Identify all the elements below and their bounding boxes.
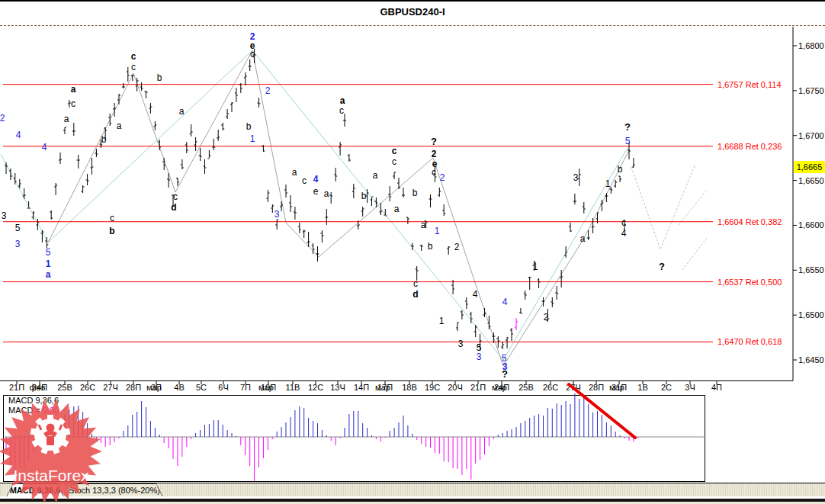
price-axis-label: 1,6550 [798,265,824,274]
wave-label: c [413,278,418,289]
highlighted-bar [515,318,518,330]
time-axis-label: 12С [308,383,323,392]
wave-label: 4 [16,130,21,140]
time-axis-label: 7П [240,383,251,392]
wave-label: 4 [621,228,627,239]
wave-label: 4 [42,142,47,152]
time-axis-label: 26С [80,383,95,392]
wave-zigzag-cyan [1,50,628,360]
wave-label: a [117,120,122,131]
instaforex-starburst [0,400,105,504]
time-axis-label: 25В [57,383,72,392]
wave-label: a [421,220,426,230]
wave-label: a [292,167,297,178]
fib-label: 1,6470 Ret 0,618 [717,337,782,346]
wave-label: ? [431,136,437,147]
wave-label: 3 [477,352,482,362]
instaforex-watermark: InstaForex [0,400,105,504]
instaforex-logo-text: InstaForex [0,467,105,485]
wave-label: a [580,233,586,244]
wave-label: d [412,289,418,300]
wave-label: c [131,51,136,62]
wave-label: c [621,217,626,228]
wave-label: 4 [473,289,478,300]
wave-label: a [71,84,76,95]
wave-label: ? [659,261,665,272]
wave-label: 2 [454,242,460,252]
time-axis-label: 3Ч [685,383,695,392]
wave-label: a [46,269,51,280]
wave-label: a [394,204,400,214]
price-axis-label: 1,6450 [798,355,824,364]
wave-label: b [101,134,107,145]
wave-label: c [131,62,136,72]
macd-histogram-positive [47,393,620,437]
wave-label: 2 [432,149,437,159]
time-axis-label: 1В [637,383,647,392]
projection-line [682,238,707,270]
fib-label: 1,6757 Ret 0,114 [717,80,782,89]
price-axis-label: 1,6500 [798,310,824,319]
time-axis-label: 14П [354,383,369,392]
wave-label: 1 [439,316,445,326]
wave-label: 1 [435,226,440,236]
price-axis-label: 1,6600 [798,220,824,230]
price-axis-label: 1,6700 [798,131,824,140]
time-axis-label: 4В [174,383,184,392]
wave-label: 2 [544,312,549,323]
wave-label: 1 [533,262,538,272]
time-axis-label: 28П [589,383,604,392]
wave-label: c [302,175,307,186]
wave-label: c [250,49,255,59]
time-axis-label: 18В [402,383,417,392]
current-price-tag: 1,6665 [794,161,825,173]
wave-label: 2 [265,85,271,96]
wave-label: ? [624,121,631,133]
wave-label: 3 [15,239,21,249]
time-axis-label: 28П [126,383,141,392]
wave-label: c [392,146,397,156]
indicator-tab-bar: MACD 9,36,6 Stoch 13,3,3 (80%-20%) [0,483,825,497]
wave-label: b [361,191,367,201]
time-axis-label: 3П [151,383,162,392]
wave-label: 1 [605,178,611,189]
wave-label: c [339,105,344,116]
wave-label: c [392,156,396,167]
chart-canvas[interactable]: 1,6757 Ret 0,1141,6688 Ret 0,2361,6604 R… [0,2,825,504]
wave-label: a [179,106,185,117]
fib-label: 1,6688 Ret 0,236 [717,142,782,151]
projection-line [631,164,695,249]
wave-label: 3 [573,172,579,183]
wave-label: 2 [0,113,5,124]
wave-label: 5 [625,136,631,146]
time-axis-label: 19С [425,383,440,392]
price-axis-label: 1,6800 [798,41,824,50]
wave-zigzag-gray [48,50,629,366]
time-axis-label: 25В [518,383,534,392]
price-axis-label: 1,6750 [798,86,824,95]
wave-label: c [432,167,436,178]
time-axis-label: 10П [261,383,276,392]
wave-label: a [373,170,378,181]
wave-label: 1 [46,258,51,269]
time-axis-label: 21П [9,383,24,392]
fib-label: 1,6537 Ret 0,500 [717,278,782,287]
wave-label: d [171,202,176,213]
time-axis-label: 17П [377,383,393,392]
wave-label: 5 [46,247,51,258]
wave-label: b [428,241,433,252]
price-axis-label: 1,6650 [798,176,824,185]
time-axis-label: 11В [286,383,300,392]
wave-label: b [412,188,418,198]
wave-label: 4 [502,297,508,307]
time-axis-label: 24П [494,383,509,392]
time-axis-label: 6Ч [218,383,228,392]
time-axis-label: 26С [543,383,558,392]
time-axis-label: 21П [470,383,486,392]
wave-label: a [340,95,345,106]
wave-label: 4 [313,174,319,185]
wave-label: 3 [2,210,7,221]
wave-label: 3 [274,209,280,220]
terminal-window: GBPUSD240-I 1,6757 Ret 0,1141,6688 Ret 0… [0,0,825,504]
time-axis-label: 4П [711,383,722,392]
